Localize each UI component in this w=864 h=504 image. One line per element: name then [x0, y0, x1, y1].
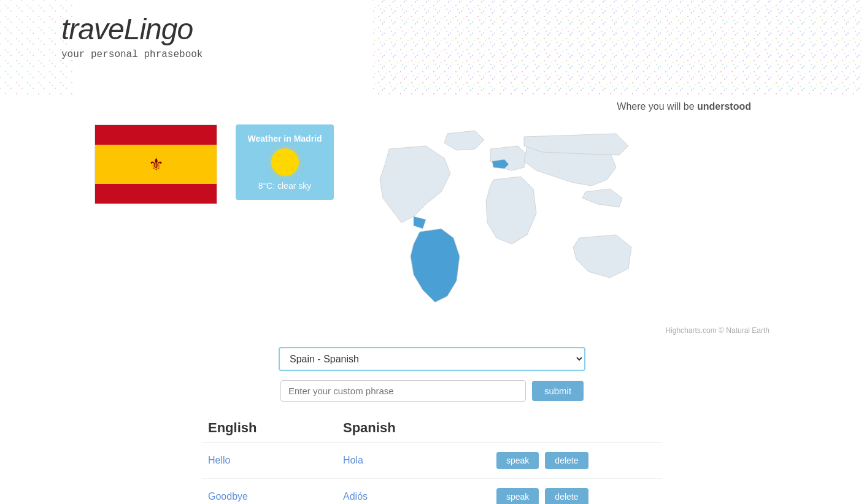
content-row: ⚜ Weather in Madrid 8°C: clear sky: [94, 124, 770, 335]
weather-widget: Weather in Madrid 8°C: clear sky: [236, 124, 334, 200]
weather-sun-icon: [271, 148, 299, 176]
header: traveLingo your personal phrasebook: [0, 0, 864, 95]
phrase-actions-0: speak delete: [496, 452, 656, 469]
col-header-translated: Spanish: [343, 420, 496, 436]
app-subtitle: your personal phrasebook: [61, 49, 202, 60]
selector-row: Spain - Spanish France - French Germany …: [217, 347, 647, 371]
speak-button-1[interactable]: speak: [496, 488, 539, 504]
delete-button-0[interactable]: delete: [545, 452, 588, 469]
app-title: traveLingo: [61, 12, 202, 46]
language-select[interactable]: Spain - Spanish France - French Germany …: [279, 347, 585, 371]
world-map: [352, 124, 659, 321]
phrase-english-1: Goodbye: [208, 491, 343, 502]
weather-temp: 8°C: clear sky: [258, 181, 312, 191]
weather-title: Weather in Madrid: [247, 134, 322, 143]
phrase-row: Goodbye Adiós speak delete: [202, 478, 662, 504]
dots-decoration-right: [373, 0, 864, 95]
flag-yellow: ⚜: [95, 145, 217, 184]
phrase-translated-0: Hola: [343, 455, 496, 466]
logo-container: traveLingo your personal phrasebook: [61, 12, 202, 60]
phrase-input-row: submit: [217, 380, 647, 402]
speak-button-0[interactable]: speak: [496, 452, 539, 469]
map-credit: Highcharts.com © Natural Earth: [352, 326, 770, 335]
delete-button-1[interactable]: delete: [545, 488, 588, 504]
spain-flag: ⚜: [95, 125, 217, 204]
map-container: Highcharts.com © Natural Earth: [352, 124, 770, 335]
main-content: Where you will be understood ⚜ Weather i…: [0, 95, 864, 504]
phrase-english-0: Hello: [208, 455, 343, 466]
flag-red-top: [95, 125, 217, 145]
coat-of-arms-icon: ⚜: [148, 155, 164, 175]
custom-phrase-input[interactable]: [280, 380, 526, 402]
col-header-english: English: [208, 420, 343, 436]
phrase-row: Hello Hola speak delete: [202, 442, 662, 478]
phrase-actions-1: speak delete: [496, 488, 656, 504]
phrasebook-header: English Spanish: [202, 420, 662, 442]
tagline: Where you will be understood: [64, 101, 800, 112]
phrasebook: English Spanish Hello Hola speak delete …: [202, 420, 662, 504]
submit-button[interactable]: submit: [532, 381, 584, 401]
phrase-translated-1: Adiós: [343, 491, 496, 502]
country-flag: ⚜: [94, 124, 217, 204]
flag-red-bottom: [95, 184, 217, 204]
